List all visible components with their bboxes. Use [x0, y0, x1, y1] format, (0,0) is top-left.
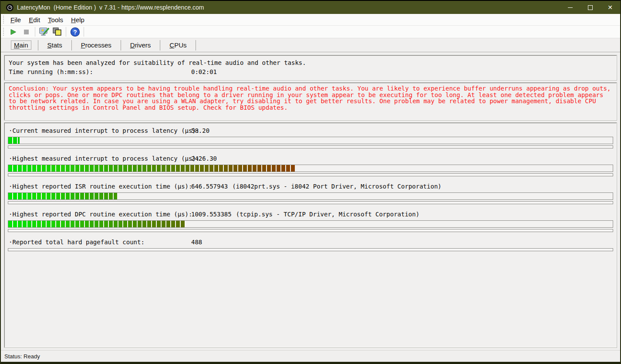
main-panel: Your system has been analyzed for suitab…: [1, 52, 620, 350]
options-button[interactable]: [37, 26, 51, 37]
latency-bar-scale: [8, 229, 613, 232]
conclusion-text: Conclusion: Your system appears to be ha…: [9, 85, 612, 111]
latency-bar-fill: [8, 165, 295, 172]
latency-bar-scale: [8, 248, 613, 251]
analysis-summary: Your system has been analyzed for suitab…: [9, 58, 612, 67]
window-bottom-edge: [1, 362, 620, 364]
status-text: Status: Ready: [4, 353, 40, 360]
measurement-label: ·Reported total hard pagefault count:: [9, 238, 191, 246]
measurements-box: ·Current measured interrupt to process l…: [4, 123, 617, 347]
measurement-row-isr-time: ·Highest reported ISR routine execution …: [8, 182, 613, 204]
stop-icon: [24, 30, 29, 34]
latencymon-window: LatencyMon (Home Edition ) v 7.31 - http…: [0, 0, 621, 364]
menu-bar: File Edit Tools Help: [1, 14, 620, 26]
analysis-info-box: Your system has been analyzed for suitab…: [4, 55, 617, 80]
minimize-button[interactable]: [560, 1, 580, 14]
menubar-gripper[interactable]: [3, 16, 4, 24]
measurement-label: ·Current measured interrupt to process l…: [9, 126, 191, 135]
start-monitor-button[interactable]: [7, 26, 20, 37]
latency-bar-scale: [8, 201, 613, 204]
measurement-label: ·Highest measured interrupt to process l…: [9, 154, 191, 163]
measurement-driver-detail: (tcpip.sys - TCP/IP Driver, Microsoft Co…: [236, 211, 419, 218]
tab-cpus[interactable]: CPUs: [160, 40, 196, 51]
svg-text:?: ?: [73, 28, 77, 35]
measurement-label: ·Highest reported DPC routine execution …: [9, 210, 191, 219]
help-icon: ?: [70, 27, 80, 37]
stop-monitor-button[interactable]: [20, 26, 33, 37]
window-title: LatencyMon (Home Edition ) v 7.31 - http…: [17, 4, 204, 11]
maximize-icon: [588, 5, 593, 10]
menu-help[interactable]: Help: [67, 16, 88, 24]
latency-bar: [8, 220, 613, 228]
measurement-row-dpc-time: ·Highest reported DPC routine execution …: [8, 210, 613, 232]
menu-file[interactable]: File: [7, 16, 25, 24]
toolbar-gripper[interactable]: [3, 28, 4, 36]
toolbar-separator: [35, 27, 35, 37]
title-bar: LatencyMon (Home Edition ) v 7.31 - http…: [1, 1, 620, 14]
measurement-value: 2426.30: [191, 155, 217, 162]
time-running-label: Time running (h:mm:ss):: [9, 67, 191, 77]
status-bar: Status: Ready: [1, 350, 620, 362]
conclusion-box: Conclusion: Your system appears to be ha…: [4, 83, 617, 120]
monitor-tool-icon: [38, 27, 50, 37]
measurement-row-highest-latency: ·Highest measured interrupt to process l…: [8, 154, 613, 176]
latency-bar: [8, 165, 613, 172]
play-icon: [10, 28, 17, 36]
measurement-driver-detail: (i8042prt.sys - i8042 Port Driver, Micro…: [232, 183, 441, 190]
tab-stats[interactable]: Stats: [38, 40, 72, 51]
measurement-value: 1009.553385: [191, 211, 232, 218]
latency-bar-scale: [8, 145, 613, 148]
measurement-value: 488: [191, 239, 202, 246]
latency-bar-fill: [8, 221, 186, 227]
maximize-button[interactable]: [580, 1, 600, 14]
time-running-line: Time running (h:mm:ss):0:02:01: [9, 67, 612, 77]
tab-main[interactable]: Main: [4, 40, 38, 51]
menu-tools[interactable]: Tools: [44, 16, 67, 24]
minimize-icon: [568, 7, 573, 8]
toolbar-separator: [84, 27, 84, 37]
latency-bar-scale: [8, 173, 613, 176]
measurement-row-pagefault-count: ·Reported total hard pagefault count:488: [8, 238, 613, 251]
close-button[interactable]: ✕: [600, 1, 620, 14]
toolbar-separator: [66, 27, 66, 37]
menu-edit[interactable]: Edit: [25, 16, 44, 24]
latency-bar: [8, 137, 613, 144]
measurement-label: ·Highest reported ISR routine execution …: [9, 182, 191, 191]
tab-bar: Main Stats Processes Drivers CPUs: [1, 38, 620, 52]
tab-drivers[interactable]: Drivers: [121, 40, 161, 51]
toolbar: ?: [1, 26, 620, 38]
layers-icon: [52, 27, 62, 37]
help-button[interactable]: ?: [68, 26, 81, 37]
latency-bar: [8, 192, 613, 200]
measurement-row-current-latency: ·Current measured interrupt to process l…: [8, 126, 613, 148]
latency-bar-fill: [8, 193, 117, 199]
measurement-value: 646.557943: [191, 183, 228, 190]
close-icon: ✕: [608, 4, 613, 10]
measurement-value: 58.20: [191, 127, 209, 134]
latency-bar-fill: [8, 137, 20, 144]
tab-processes[interactable]: Processes: [72, 40, 121, 51]
processes-button[interactable]: [51, 26, 64, 37]
time-running-value: 0:02:01: [191, 68, 217, 75]
app-icon: [6, 4, 14, 11]
